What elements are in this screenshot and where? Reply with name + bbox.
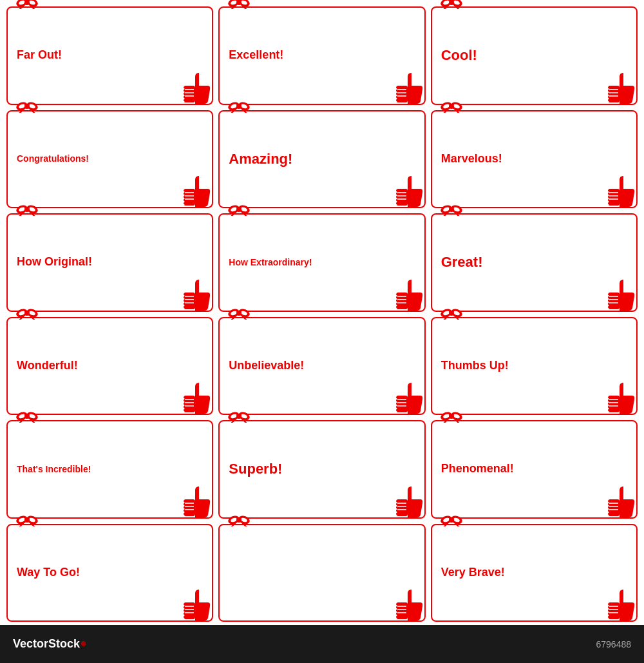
badge-text-wonderful: Wonderful!	[17, 359, 78, 373]
svg-point-205	[395, 501, 397, 503]
svg-point-163	[395, 408, 397, 410]
svg-point-4	[24, 0, 30, 5]
badge-card-excellent: Excellent!	[218, 6, 425, 105]
thumbs-up-icon	[604, 274, 638, 312]
bow-icon	[227, 100, 251, 113]
svg-point-132	[607, 301, 609, 303]
badge-text-unbelievable: Unbelievable!	[229, 359, 304, 373]
badge-card-great: Great!	[431, 213, 638, 312]
svg-point-147	[183, 405, 185, 407]
svg-point-39	[607, 84, 609, 86]
thumbs-up-icon	[180, 274, 213, 312]
badge-text-phenomenal: Phenomenal!	[441, 462, 514, 476]
svg-point-190	[183, 501, 185, 503]
svg-point-117	[395, 301, 397, 303]
svg-point-85	[607, 191, 609, 193]
svg-point-244	[236, 517, 242, 523]
bow-icon	[440, 100, 463, 113]
svg-point-26	[395, 91, 397, 93]
svg-point-249	[395, 602, 397, 604]
svg-point-13	[183, 97, 185, 99]
svg-point-27	[395, 94, 397, 96]
badge-text-great: Great!	[441, 254, 483, 271]
badge-text-thats-incredible: That's Incredible!	[17, 464, 91, 475]
thumbs-up-icon	[392, 378, 426, 415]
bow-icon	[227, 0, 251, 9]
thumbs-up-icon	[180, 584, 213, 622]
bow-icon	[227, 203, 251, 216]
svg-point-175	[607, 398, 609, 400]
svg-point-28	[395, 97, 397, 99]
badge-text-cool: Cool!	[441, 47, 477, 64]
svg-point-11	[183, 91, 185, 93]
svg-point-164	[395, 411, 397, 413]
svg-point-222	[607, 508, 609, 510]
svg-point-54	[183, 188, 185, 190]
svg-point-71	[395, 195, 397, 197]
svg-point-84	[607, 188, 609, 190]
svg-point-265	[607, 605, 609, 607]
svg-point-191	[183, 504, 185, 506]
thumbs-up-icon	[392, 171, 426, 208]
svg-rect-65	[396, 189, 408, 206]
svg-point-88	[607, 201, 609, 203]
svg-point-12	[183, 94, 185, 96]
svg-point-144	[183, 395, 185, 397]
svg-point-229	[24, 517, 30, 523]
svg-point-115	[395, 294, 397, 296]
svg-point-221	[607, 504, 609, 506]
thumbs-up-icon	[604, 68, 638, 105]
svg-point-34	[449, 0, 454, 5]
bow-icon	[440, 0, 463, 9]
svg-point-269	[607, 618, 609, 620]
svg-point-87	[607, 198, 609, 200]
thumbs-up-icon	[392, 584, 426, 622]
svg-point-40	[607, 88, 609, 90]
thumbs-up-icon	[180, 481, 213, 519]
svg-point-118	[395, 304, 397, 306]
svg-point-133	[607, 304, 609, 306]
badge-card-phenomenal: Phenomenal!	[431, 420, 638, 519]
svg-point-89	[607, 204, 609, 206]
badge-card-wonderful: Wonderful!	[6, 317, 213, 416]
bow-icon	[227, 410, 251, 423]
svg-point-254	[395, 618, 397, 620]
svg-rect-215	[608, 499, 620, 516]
svg-point-29	[395, 101, 397, 102]
thumbs-up-icon	[392, 481, 426, 519]
svg-point-114	[395, 291, 397, 293]
svg-point-131	[607, 298, 609, 300]
badge-text-marvelous: Marvelous!	[441, 152, 502, 166]
badge-card-how-original: How Original!	[6, 213, 213, 312]
svg-point-149	[183, 411, 185, 413]
svg-rect-260	[608, 602, 620, 619]
svg-point-10	[183, 88, 185, 90]
svg-rect-245	[396, 602, 408, 619]
svg-point-192	[183, 508, 185, 510]
svg-point-146	[183, 401, 185, 403]
badge-card-way-to-go: Way To Go!	[6, 524, 213, 622]
badge-card-very-brave: Very Brave!	[431, 524, 638, 622]
footer-id: 6796488	[596, 639, 631, 649]
svg-point-223	[607, 511, 609, 513]
bow-icon	[227, 307, 251, 320]
svg-point-193	[183, 511, 185, 513]
svg-point-79	[449, 104, 454, 109]
svg-point-134	[607, 307, 609, 309]
thumbs-up-icon	[392, 68, 426, 105]
svg-point-101	[183, 298, 185, 300]
svg-point-252	[395, 611, 397, 613]
thumbs-up-icon	[604, 378, 638, 415]
svg-point-161	[395, 401, 397, 403]
brand-name: VectorStock	[13, 637, 80, 651]
svg-point-154	[236, 311, 242, 316]
svg-point-100	[183, 294, 185, 296]
badge-text-how-original: How Original!	[17, 255, 92, 269]
svg-point-148	[183, 408, 185, 410]
bow-icon	[440, 514, 463, 526]
badge-card-thumbs-up: Thumbs Up!	[431, 317, 638, 416]
svg-point-130	[607, 294, 609, 296]
badge-text-congratulations: Congratulations!	[17, 153, 89, 164]
svg-rect-80	[608, 189, 620, 206]
svg-point-104	[183, 307, 185, 309]
